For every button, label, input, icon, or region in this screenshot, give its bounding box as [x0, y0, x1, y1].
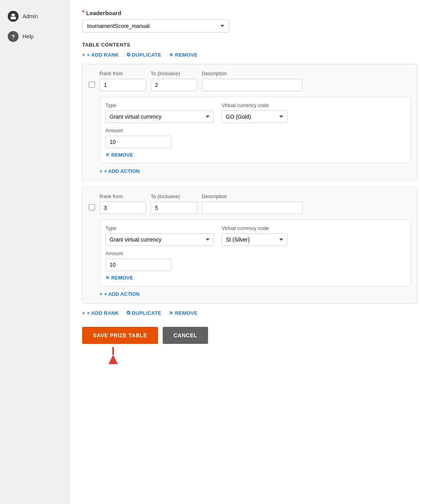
remove-action-label-2: REMOVE: [111, 275, 133, 281]
bottom-plus-icon: +: [82, 310, 85, 316]
add-action-2[interactable]: + + ADD ACTION: [100, 291, 411, 297]
currency-field-2: Virtual currency code GO (Gold) SI (Silv…: [222, 225, 287, 246]
bottom-duplicate-button[interactable]: ⧉ DUPLICATE: [127, 310, 161, 316]
rank-from-label-1: Rank from: [100, 71, 146, 76]
remove-action-label-1: REMOVE: [111, 152, 133, 158]
arrow-indicator: [82, 347, 144, 364]
rank-desc-group-1: Description: [202, 71, 303, 91]
currency-field-1: Virtual currency code GO (Gold) SI (Silv…: [222, 102, 287, 123]
bottom-table-actions: + + ADD RANK ⧉ DUPLICATE ✕ REMOVE: [82, 310, 418, 316]
bottom-add-rank-label: + ADD RANK: [87, 310, 119, 316]
type-select-2[interactable]: Grant virtual currency: [105, 233, 214, 246]
rank-desc-group-2: Description: [202, 193, 303, 214]
plus-action-icon-2: +: [100, 291, 103, 297]
rank-from-input-2[interactable]: [100, 202, 146, 214]
rank-to-label-1: To (inclusive): [151, 71, 197, 76]
table-contents-title: TABLE CONTENTS: [82, 42, 418, 48]
duplicate-label: DUPLICATE: [132, 52, 161, 58]
bottom-add-rank-button[interactable]: + + ADD RANK: [82, 310, 119, 316]
sidebar: Admin ? Help: [0, 0, 70, 504]
rank-desc-input-1[interactable]: [202, 79, 303, 91]
rank-to-group-1: To (inclusive): [151, 71, 197, 91]
add-action-label-1: + ADD ACTION: [104, 168, 140, 174]
sidebar-item-admin[interactable]: Admin: [0, 6, 69, 26]
arrow-up: [108, 355, 118, 364]
amount-input-2[interactable]: [105, 259, 171, 271]
rank-desc-label-2: Description: [202, 193, 303, 199]
x-remove-icon-1: ✕: [105, 152, 110, 158]
rank-to-input-1[interactable]: [151, 79, 197, 91]
rank-fields-1: Rank from To (inclusive) Description: [100, 71, 411, 91]
currency-label-1: Virtual currency code: [222, 102, 287, 108]
amount-field-2: Amount: [105, 250, 405, 271]
action-box-row-2: Type Grant virtual currency Virtual curr…: [105, 225, 405, 246]
plus-action-icon-1: +: [100, 168, 103, 174]
admin-label: Admin: [22, 13, 38, 19]
rank-to-group-2: To (inclusive): [151, 193, 197, 214]
bottom-remove-label: REMOVE: [175, 310, 198, 316]
arrow-stem: [112, 347, 114, 355]
rank-checkbox-2[interactable]: [89, 204, 95, 211]
rank-row-header-2: Rank from To (inclusive) Description: [89, 193, 411, 214]
add-action-1[interactable]: + + ADD ACTION: [100, 168, 411, 174]
currency-select-2[interactable]: GO (Gold) SI (Silver): [222, 233, 287, 246]
rank-card-1: Rank from To (inclusive) Description Typ…: [82, 64, 418, 181]
leaderboard-label: * Leaderboard: [82, 9, 418, 16]
sidebar-item-help[interactable]: ? Help: [0, 26, 69, 47]
rank-to-input-2[interactable]: [151, 202, 197, 214]
svg-rect-0: [11, 14, 15, 16]
top-remove-button[interactable]: ✕ REMOVE: [169, 52, 197, 58]
amount-field-1: Amount: [105, 128, 405, 148]
rank-desc-input-2[interactable]: [202, 202, 303, 214]
x-icon: ✕: [169, 52, 173, 58]
action-box-row-1: Type Grant virtual currency Virtual curr…: [105, 102, 405, 123]
admin-icon: [8, 11, 19, 22]
type-label-2: Type: [105, 225, 214, 231]
help-label: Help: [22, 33, 34, 40]
svg-rect-1: [10, 17, 16, 19]
bottom-duplicate-icon: ⧉: [127, 310, 130, 316]
main-content: * Leaderboard tournamentScore_manual TAB…: [70, 0, 430, 504]
rank-card-2: Rank from To (inclusive) Description Typ…: [82, 187, 418, 304]
duplicate-icon: ⧉: [127, 52, 130, 58]
rank-from-label-2: Rank from: [100, 193, 146, 199]
type-field-2: Type Grant virtual currency: [105, 225, 214, 246]
save-button[interactable]: SAVE PRIZE TABLE: [82, 327, 158, 344]
top-table-actions: + + ADD RANK ⧉ DUPLICATE ✕ REMOVE: [82, 52, 418, 58]
rank-to-label-2: To (inclusive): [151, 193, 197, 199]
currency-label-2: Virtual currency code: [222, 225, 287, 231]
required-star: *: [82, 9, 84, 16]
amount-input-1[interactable]: [105, 136, 171, 148]
bottom-remove-button[interactable]: ✕ REMOVE: [169, 310, 197, 316]
top-duplicate-button[interactable]: ⧉ DUPLICATE: [127, 52, 161, 58]
save-button-wrapper: SAVE PRIZE TABLE: [82, 327, 158, 364]
type-select-1[interactable]: Grant virtual currency: [105, 110, 214, 123]
leaderboard-select[interactable]: tournamentScore_manual: [82, 19, 229, 33]
leaderboard-title: Leaderboard: [86, 10, 121, 16]
remove-label: REMOVE: [175, 52, 198, 58]
action-box-2: Type Grant virtual currency Virtual curr…: [100, 219, 411, 287]
action-remove-2[interactable]: ✕ REMOVE: [105, 275, 405, 281]
bottom-buttons: SAVE PRIZE TABLE CANCEL: [82, 327, 418, 364]
type-field-1: Type Grant virtual currency: [105, 102, 214, 123]
cancel-button[interactable]: CANCEL: [163, 327, 208, 344]
action-box-1: Type Grant virtual currency Virtual curr…: [100, 97, 411, 164]
rank-fields-2: Rank from To (inclusive) Description: [100, 193, 411, 214]
top-add-rank-button[interactable]: + + ADD RANK: [82, 52, 119, 58]
rank-from-input-1[interactable]: [100, 79, 146, 91]
bottom-x-icon: ✕: [169, 310, 173, 316]
type-label-1: Type: [105, 102, 214, 108]
amount-label-2: Amount: [105, 250, 405, 256]
rank-row-header-1: Rank from To (inclusive) Description: [89, 71, 411, 91]
rank-checkbox-1[interactable]: [89, 81, 95, 88]
rank-desc-label-1: Description: [202, 71, 303, 76]
rank-from-group-1: Rank from: [100, 71, 146, 91]
amount-label-1: Amount: [105, 128, 405, 133]
plus-icon: +: [82, 52, 85, 58]
action-remove-1[interactable]: ✕ REMOVE: [105, 152, 405, 158]
x-remove-icon-2: ✕: [105, 275, 110, 281]
help-icon: ?: [8, 31, 19, 42]
currency-select-1[interactable]: GO (Gold) SI (Silver): [222, 110, 287, 123]
bottom-duplicate-label: DUPLICATE: [132, 310, 161, 316]
add-action-label-2: + ADD ACTION: [104, 291, 140, 297]
